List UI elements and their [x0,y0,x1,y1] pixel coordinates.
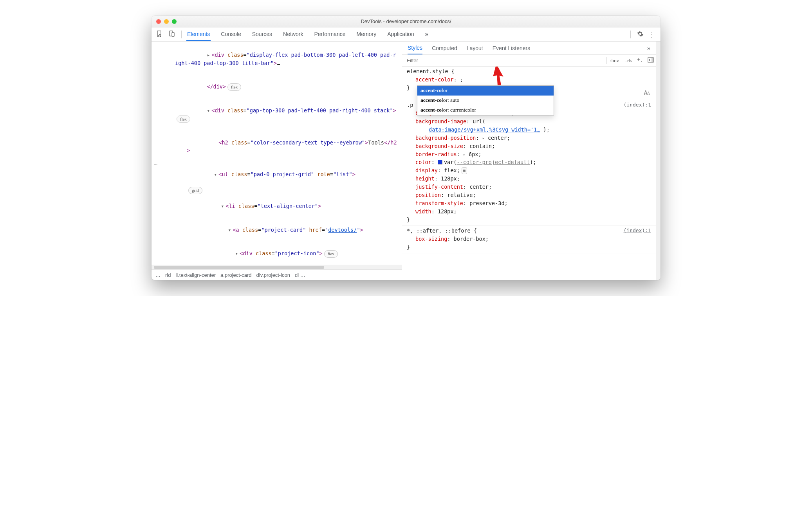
font-size-icon[interactable]: AA [644,88,650,98]
styles-subtabs: Styles Computed Layout Event Listeners » [402,42,656,55]
svg-rect-4 [651,58,653,62]
flex-badge[interactable]: flex [324,250,338,258]
rule-close: } [407,216,651,224]
flex-badge[interactable]: flex [227,83,241,91]
rule-selector: *, ::after, ::before { [407,227,651,235]
breadcrumb[interactable]: … rid li.text-align-center a.project-car… [152,269,402,280]
rule-selector: element.style { [407,67,651,76]
rule-close: } [407,243,651,251]
tab-elements[interactable]: Elements [186,28,211,41]
dom-tree[interactable]: ▸<div class="display-flex pad-bottom-300… [152,42,402,265]
flex-editor-icon[interactable]: ▦ [462,167,467,174]
rule-universal[interactable]: (index):1 *, ::after, ::before { box-siz… [402,226,656,253]
crumb-item[interactable]: div.project-icon [256,272,290,278]
crumb-prefix: … [155,272,161,278]
autocomplete-row[interactable]: accent-color [417,86,554,96]
panel-body: ▸<div class="display-flex pad-bottom-300… [152,42,660,280]
autocomplete-row[interactable]: accent-color: auto [417,96,554,105]
subtab-styles[interactable]: Styles [408,42,422,54]
hov-button[interactable]: :hov [607,58,622,64]
kebab-icon[interactable]: ⋮ [647,30,657,39]
flex-badge[interactable]: flex [177,116,190,123]
devtools-window: DevTools - developer.chrome.com/docs/ El… [152,16,660,280]
inspect-icon[interactable] [155,31,165,38]
subtab-event-listeners[interactable]: Event Listeners [493,42,531,54]
gutter-menu-icon[interactable]: ⋯ [152,161,160,168]
styles-panel: Styles Computed Layout Event Listeners »… [402,42,660,280]
styles-rules[interactable]: element.style { accent-color: ; } AA acc… [402,67,656,280]
elements-panel: ▸<div class="display-flex pad-bottom-300… [152,42,402,280]
subtab-layout[interactable]: Layout [467,42,483,54]
horizontal-scrollbar[interactable] [152,265,402,269]
close-icon[interactable] [156,19,161,24]
tab-network[interactable]: Network [282,28,304,41]
editing-property[interactable]: accent-color [415,76,454,83]
subtabs-overflow[interactable]: » [647,42,650,54]
crumb-item[interactable]: rid [165,272,171,278]
color-swatch-icon[interactable] [438,160,442,164]
tab-performance[interactable]: Performance [313,28,346,41]
subtab-computed[interactable]: Computed [432,42,457,54]
crumb-item[interactable]: li.text-align-center [175,272,216,278]
source-link[interactable]: (index):1 [624,227,651,235]
tab-sources[interactable]: Sources [251,28,273,41]
tab-console[interactable]: Console [220,28,242,41]
cls-button[interactable]: .cls [622,58,635,64]
tab-memory[interactable]: Memory [356,28,377,41]
minimize-icon[interactable] [164,19,169,24]
panel-tabs: Elements Console Sources Network Perform… [186,28,429,41]
main-toolbar: Elements Console Sources Network Perform… [152,27,660,42]
gear-icon[interactable] [635,31,645,38]
tab-application[interactable]: Application [386,28,415,41]
toggle-sidebar-icon[interactable] [646,57,656,64]
crumb-item[interactable]: a.project-card [220,272,251,278]
window-title: DevTools - developer.chrome.com/docs/ [152,18,660,24]
autocomplete-popup[interactable]: accent-color accent-color: auto accent-c… [417,85,554,116]
traffic-lights [152,19,177,24]
svg-rect-1 [172,32,174,36]
rule-project-icon[interactable]: (index):1 .p background-color: currentCo… [402,100,656,226]
device-toggle-icon[interactable] [167,31,177,38]
rule-element-style[interactable]: element.style { accent-color: ; } AA acc… [402,67,656,100]
autocomplete-row[interactable]: accent-color: currentcolor [417,105,554,115]
styles-filterbar: :hov .cls + [402,55,656,67]
zoom-icon[interactable] [172,19,177,24]
filter-input[interactable] [402,58,606,63]
tabs-overflow[interactable]: » [424,28,429,41]
data-url-link[interactable]: data:image/svg+xml,%3Csvg width='1… [429,126,540,133]
crumb-item[interactable]: di … [295,272,305,278]
new-rule-button[interactable]: + [635,57,646,64]
svg-text:+: + [637,57,640,63]
titlebar: DevTools - developer.chrome.com/docs/ [152,16,660,27]
source-link[interactable]: (index):1 [624,101,651,109]
grid-badge[interactable]: grid [188,187,202,194]
